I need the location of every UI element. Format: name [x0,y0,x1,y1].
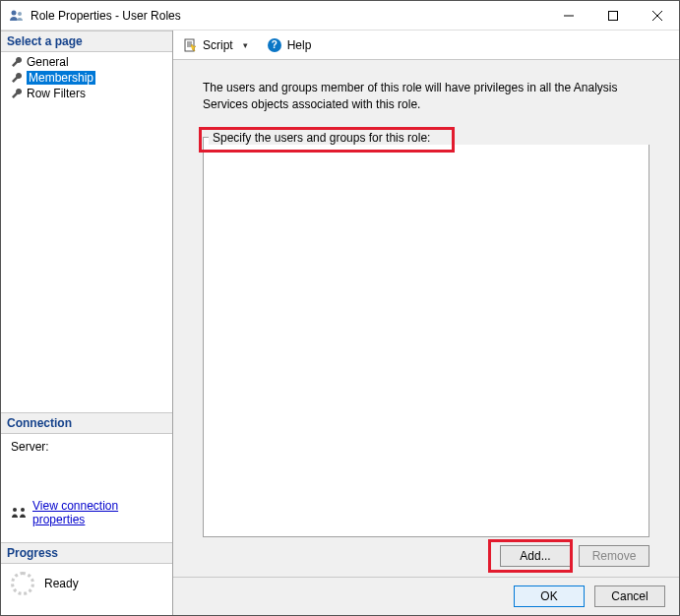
cancel-button[interactable]: Cancel [594,585,665,607]
progress-spinner-icon [11,572,34,595]
ok-button[interactable]: OK [514,585,585,607]
members-listbox[interactable] [203,137,649,537]
connection-body: Server: [1,434,172,493]
page-item-membership[interactable]: Membership [1,70,172,86]
connection-icon [11,506,27,520]
maximize-button[interactable] [590,1,635,30]
page-label: Row Filters [27,87,86,100]
toolbar: Script ▾ ? Help [173,31,679,60]
content-area: The users and groups member of this role… [173,60,679,577]
dialog-window: Role Properties - User Roles Select a pa… [0,0,680,616]
page-item-row-filters[interactable]: Row Filters [1,86,172,101]
svg-point-0 [12,10,17,15]
progress-status: Ready [44,577,79,590]
svg-point-6 [13,508,17,512]
description-text: The users and groups member of this role… [203,80,649,113]
svg-point-7 [21,508,25,512]
help-icon: ? [268,38,281,52]
connection-header: Connection [1,412,172,434]
window-controls [546,1,679,30]
minimize-button[interactable] [546,1,590,30]
role-icon [9,8,25,24]
select-page-header: Select a page [1,31,172,52]
titlebar: Role Properties - User Roles [1,1,679,31]
view-connection-link[interactable]: View connection properties [32,499,162,526]
script-button[interactable]: Script [203,38,233,52]
wrench-icon [11,56,23,68]
specify-label: Specify the users and groups for this ro… [209,131,649,145]
wrench-icon [11,72,23,84]
server-label: Server: [11,440,162,454]
left-panel: Select a page General Membership [1,31,173,615]
right-panel: Script ▾ ? Help The users and groups mem… [173,31,679,615]
script-dropdown-icon[interactable]: ▾ [239,40,252,50]
page-label: General [27,55,69,69]
help-button[interactable]: Help [287,38,312,52]
progress-body: Ready [1,564,172,615]
page-list: General Membership Row Filters [1,52,172,103]
members-fieldset: Specify the users and groups for this ro… [203,131,649,537]
page-label: Membership [27,71,95,85]
view-connection-row: View connection properties [1,493,172,542]
progress-header: Progress [1,542,172,564]
add-button[interactable]: Add... [500,545,571,567]
close-button[interactable] [635,1,679,30]
svg-rect-3 [608,11,617,20]
remove-button: Remove [579,545,649,567]
dialog-footer: OK Cancel [173,577,679,615]
page-item-general[interactable]: General [1,54,172,70]
svg-point-1 [18,12,22,16]
wrench-icon [11,88,23,99]
window-title: Role Properties - User Roles [31,9,546,23]
script-icon [183,38,197,52]
member-buttons: Add... Remove [203,537,649,567]
